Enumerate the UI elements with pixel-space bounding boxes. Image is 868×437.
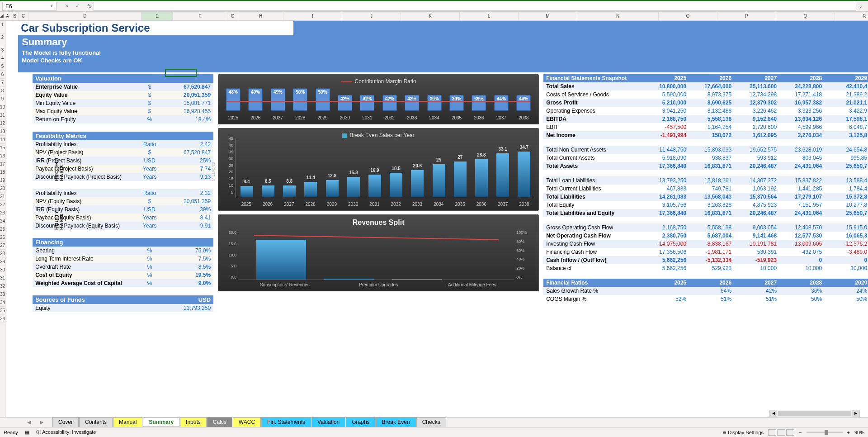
chart-contribution-margin: Contribution Margin Ratio 48%49%49%50%50… bbox=[218, 74, 539, 124]
row-header-8[interactable]: 8 bbox=[0, 87, 5, 95]
section-fin-ratios: Financial Ratios 20252026202720282029 bbox=[543, 279, 868, 287]
row-header-36[interactable]: 36 bbox=[0, 315, 5, 323]
row-header-25[interactable]: 25 bbox=[0, 225, 5, 233]
row-header-9[interactable]: 9 bbox=[0, 95, 5, 103]
view-normal-icon[interactable] bbox=[768, 429, 776, 436]
col-header-D[interactable]: D bbox=[28, 12, 142, 20]
fs-row: Operating Expenses3,041,2503,132,4883,22… bbox=[543, 107, 868, 115]
row-header-27[interactable]: 27 bbox=[0, 242, 5, 250]
col-header-N[interactable]: N bbox=[577, 12, 659, 20]
row-header-30[interactable]: 30 bbox=[0, 266, 5, 274]
row-header-35[interactable]: 35 bbox=[0, 307, 5, 315]
row-header-12[interactable]: 12 bbox=[0, 119, 5, 128]
worksheet[interactable]: Car Subscription Service Summary The Mod… bbox=[5, 21, 868, 419]
row-header-23[interactable]: 23 bbox=[0, 209, 5, 217]
display-settings[interactable]: 🖥 Display Settings bbox=[722, 430, 764, 435]
zoom-level[interactable]: 90% bbox=[854, 430, 864, 435]
formula-expand-icon[interactable]: ⌄ bbox=[859, 3, 866, 9]
row-header-1[interactable]: 1 bbox=[0, 21, 5, 33]
view-layout-icon[interactable] bbox=[777, 429, 785, 436]
sheet-tab-wacc[interactable]: WACC bbox=[233, 417, 261, 428]
row-header-17[interactable]: 17 bbox=[0, 160, 5, 168]
row-header-33[interactable]: 33 bbox=[0, 290, 5, 299]
view-pagebreak-icon[interactable] bbox=[786, 429, 794, 436]
enter-icon[interactable]: ✓ bbox=[72, 2, 83, 11]
sheet-tab-inputs[interactable]: Inputs bbox=[180, 417, 207, 428]
row-header-20[interactable]: 20 bbox=[0, 185, 5, 193]
col-header-K[interactable]: K bbox=[401, 12, 460, 20]
row-header-7[interactable]: 7 bbox=[0, 79, 5, 87]
section-valuation: Valuation bbox=[33, 74, 213, 83]
zoom-in-icon[interactable]: + bbox=[847, 430, 850, 435]
row-header-2[interactable]: 2 bbox=[0, 33, 5, 46]
macro-icon[interactable]: ▦ bbox=[25, 429, 29, 435]
sheet-tab-summary[interactable]: Summary bbox=[143, 417, 179, 428]
row-header-21[interactable]: 21 bbox=[0, 193, 5, 201]
sheet-tab-finstatements[interactable]: Fin. Statements bbox=[261, 417, 311, 428]
col-header-A[interactable]: A bbox=[4, 12, 11, 20]
sheet-tab-contents[interactable]: Contents bbox=[79, 417, 113, 428]
row-header-6[interactable]: 6 bbox=[0, 71, 5, 79]
col-header-C[interactable]: C bbox=[19, 12, 28, 20]
name-box[interactable]: E6▼ bbox=[2, 2, 57, 11]
row-header-10[interactable]: 10 bbox=[0, 103, 5, 111]
sheet-tab-checks[interactable]: Checks bbox=[416, 417, 446, 428]
sheet-tab-manual[interactable]: Manual bbox=[113, 417, 142, 428]
row-headers: 1234567891011121314151617181920212223242… bbox=[0, 21, 5, 419]
fs-row: Total Non Current Assets11,448,75015,893… bbox=[543, 146, 868, 154]
tab-nav-prev-icon[interactable]: ◀ bbox=[27, 419, 31, 425]
row-header-31[interactable]: 31 bbox=[0, 274, 5, 282]
col-header-O[interactable]: O bbox=[659, 12, 717, 20]
fs-row: Cash Inflow / (OutFlow)5,662,256-5,132,3… bbox=[543, 256, 868, 264]
row-header-11[interactable]: 11 bbox=[0, 111, 5, 119]
col-header-L[interactable]: L bbox=[460, 12, 519, 20]
tab-nav-next-icon[interactable]: ▶ bbox=[40, 419, 43, 425]
col-header-H[interactable]: H bbox=[238, 12, 283, 20]
formula-input[interactable] bbox=[94, 2, 856, 11]
accessibility-status[interactable]: ⓘ Accessibility: Investigate bbox=[36, 429, 96, 436]
sheet-tab-valuation[interactable]: Valuation bbox=[311, 417, 345, 428]
row-header-13[interactable]: 13 bbox=[0, 128, 5, 136]
col-header-M[interactable]: M bbox=[519, 12, 577, 20]
sheet-tab-breakeven[interactable]: Break Even bbox=[376, 417, 416, 428]
sheet-tab-cover[interactable]: Cover bbox=[52, 417, 79, 428]
col-header-Q[interactable]: Q bbox=[776, 12, 835, 20]
col-header-G[interactable]: G bbox=[227, 12, 238, 20]
horizontal-scrollbar[interactable]: ◀▶ bbox=[769, 410, 860, 417]
col-header-R[interactable]: R bbox=[835, 12, 868, 20]
row-header-19[interactable]: 19 bbox=[0, 176, 5, 185]
row-header-34[interactable]: 34 bbox=[0, 299, 5, 307]
row-header-29[interactable]: 29 bbox=[0, 258, 5, 266]
row-header-28[interactable]: 28 bbox=[0, 250, 5, 258]
metric-row: Cost of Equity%19.5% bbox=[33, 271, 213, 279]
row-header-22[interactable]: 22 bbox=[0, 201, 5, 209]
row-header-26[interactable]: 26 bbox=[0, 233, 5, 242]
col-header-P[interactable]: P bbox=[717, 12, 776, 20]
col-header-J[interactable]: J bbox=[342, 12, 401, 20]
row-header-3[interactable]: 3 bbox=[0, 46, 5, 54]
row-header-16[interactable]: 16 bbox=[0, 152, 5, 160]
zoom-out-icon[interactable]: − bbox=[799, 430, 802, 435]
col-header-I[interactable]: I bbox=[283, 12, 342, 20]
metric-row: Long Term Interest Rate%7.5% bbox=[33, 255, 213, 263]
row-header-14[interactable]: 14 bbox=[0, 136, 5, 144]
sheet-tab-graphs[interactable]: Graphs bbox=[346, 417, 375, 428]
row-header-5[interactable]: 5 bbox=[0, 62, 5, 71]
fx-icon[interactable]: fx bbox=[87, 3, 91, 10]
col-header-E[interactable]: E bbox=[142, 12, 173, 20]
select-all[interactable]: ◢ bbox=[0, 12, 4, 20]
status-ready: Ready bbox=[4, 430, 18, 435]
row-header-4[interactable]: 4 bbox=[0, 54, 5, 62]
metric-row: Return on Equity%18.4% bbox=[33, 115, 213, 124]
row-header-24[interactable]: 24 bbox=[0, 217, 5, 225]
col-header-F[interactable]: F bbox=[173, 12, 227, 20]
sheet-tab-calcs[interactable]: Calcs bbox=[207, 417, 232, 428]
cancel-icon[interactable]: ✕ bbox=[61, 2, 72, 11]
row-header-18[interactable]: 18 bbox=[0, 168, 5, 176]
zoom-slider[interactable] bbox=[807, 432, 843, 433]
row-header-32[interactable]: 32 bbox=[0, 282, 5, 290]
metric-row: Weighted Average Cost of Capital%9.0% bbox=[33, 279, 213, 287]
col-header-B[interactable]: B bbox=[11, 12, 19, 20]
metric-row: Overdraft Rate%8.5% bbox=[33, 263, 213, 271]
row-header-15[interactable]: 15 bbox=[0, 144, 5, 152]
